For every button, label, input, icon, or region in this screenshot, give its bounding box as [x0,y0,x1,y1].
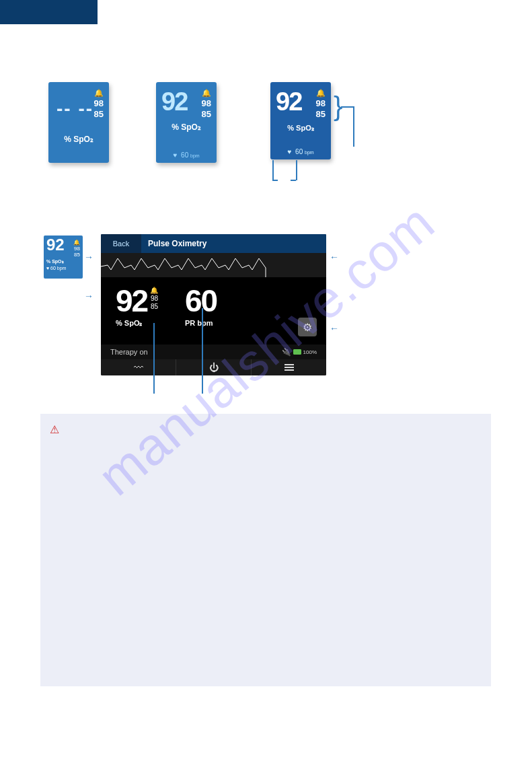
alarm-bell-icon: 🔔 [94,89,104,98]
alarm-low: 85 [74,252,80,258]
alarm-high: 98 [151,295,158,302]
bottom-nav: 〰 ⏻ [101,359,326,375]
warning-box: ⚠ [40,414,491,686]
spo2-no-signal-dash: -- -- [56,98,93,120]
menu-icon [284,364,294,371]
chart-icon: 〰 [134,362,143,373]
bpm-value: 60 [181,151,188,159]
spo2-tile-reading: 92 🔔 98 85 % SpO₂ ♥ 60 bpm [156,82,217,163]
spo2-tile-annotated: 92 🔔 98 85 % SpO₂ ♥ 60 bpm [270,82,331,159]
mini-spo2-value: 92 [46,238,65,252]
bpm-unit: bpm [190,153,200,158]
panel-title: Pulse Oximetry [141,234,326,253]
pointer-arrow-icon: → [84,291,93,301]
bpm-row: ♥ 60 bpm [156,151,217,159]
alarm-high: 98 [202,98,211,108]
waveform-icon [101,253,326,277]
alarm-bell-icon: 🔔 [73,240,80,246]
power-icon: ⏻ [209,362,219,373]
mini-spo2-label: % SpO₂ [46,258,80,264]
alarm-low: 85 [94,109,104,119]
header-bar [0,0,98,24]
panel-body: 92 🔔 98 85 % SpO₂ 60 PR bpm ⚙ [101,277,326,351]
spo2-label: % SpO₂ [270,124,331,133]
spo2-label: % SpO₂ [156,122,217,132]
status-bar: Therapy on 🔌 100% [101,345,326,359]
pointer-line [272,160,274,180]
waveform-area [101,253,326,277]
battery-icon [293,349,301,355]
spo2-label: % SpO₂ [48,135,109,144]
alarm-high: 98 [74,246,80,252]
alarm-bell-icon: 🔔 [150,287,158,294]
spo2-tile-no-signal: -- -- 🔔 98 85 % SpO₂ [48,82,109,163]
alarm-low: 85 [202,109,211,119]
pulse-rate-label: PR bpm [185,319,217,327]
spo2-group: 92 🔔 98 85 % SpO₂ [116,283,158,328]
heart-icon: ♥ [173,151,177,159]
mini-bpm: ♥ 60 bpm [46,264,80,270]
pointer-line [341,106,353,108]
pointer-line [353,106,354,147]
spo2-value: 92 [276,87,301,116]
panel-header: Back Pulse Oximetry [101,234,326,253]
bpm-unit: bpm [305,150,314,155]
back-button[interactable]: Back [101,234,141,253]
spo2-value: 92 [116,283,147,319]
alarm-bell-icon: 🔔 [202,89,211,98]
alarm-low: 85 [316,109,326,119]
pointer-arrow-icon: → [84,252,93,262]
pointer-line [153,323,155,394]
gear-icon: ⚙ [303,321,312,334]
spo2-value: 92 [161,87,187,116]
pointer-line [272,180,278,181]
spo2-label: % SpO₂ [116,319,158,328]
chart-button[interactable]: 〰 [101,359,176,375]
battery-percent: 100% [303,349,317,355]
power-status: 🔌 100% [282,348,317,357]
pulse-rate-group: 60 PR bpm [185,283,217,327]
alarm-high: 98 [316,98,326,108]
bpm-value: 60 [295,148,303,155]
menu-button[interactable] [252,359,326,375]
pointer-line [291,180,296,181]
alarm-high: 98 [94,98,104,108]
mini-spo2-tile: 92 🔔 98 85 % SpO₂ ♥ 60 bpm [44,235,83,279]
pointer-arrow-icon: ← [330,252,339,262]
pulse-oximetry-panel: Back Pulse Oximetry 92 🔔 98 85 % SpO₂ 60… [101,234,326,375]
alarm-bell-icon: 🔔 [316,89,326,98]
settings-button[interactable]: ⚙ [298,318,317,336]
therapy-status: Therapy on [110,348,148,356]
mini-side: 🔔 98 85 [73,240,80,258]
pulse-rate-value: 60 [185,283,217,319]
pointer-line [202,308,203,394]
spo2-side: 🔔 98 85 [150,287,158,311]
power-button[interactable]: ⏻ [176,359,252,375]
bpm-row: ♥ 60 bpm [270,148,331,155]
plug-icon: 🔌 [282,348,291,357]
alarm-low: 85 [151,303,158,310]
pointer-line [296,160,297,180]
warning-icon: ⚠ [50,423,59,436]
pointer-arrow-icon: ← [330,323,339,334]
heart-icon: ♥ [287,148,291,155]
